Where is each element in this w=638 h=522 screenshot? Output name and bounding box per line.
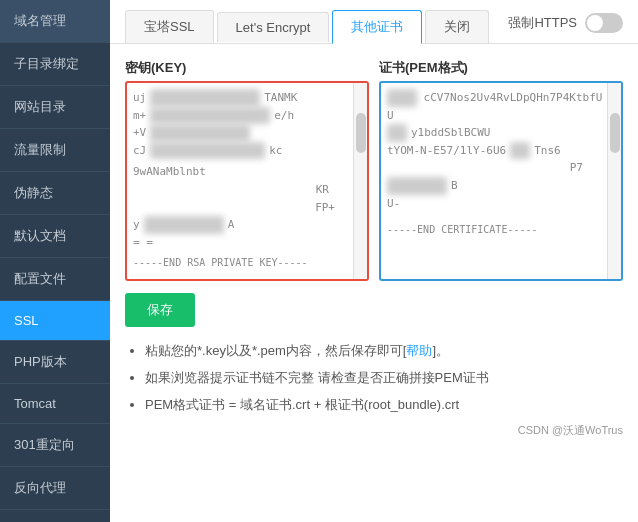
tab-baota-ssl[interactable]: 宝塔SSL	[125, 10, 214, 43]
force-https-toggle[interactable]	[585, 13, 623, 33]
key-line2b: e/h	[274, 107, 294, 125]
key-line9: = =	[133, 236, 153, 249]
key-line2-blur	[150, 107, 270, 125]
tip-2-text: 如果浏览器提示证书链不完整 请检查是否正确拼接PEM证书	[145, 370, 489, 385]
tip-1-text1: 粘贴您的*.key以及*.pem内容，然后保存即可[	[145, 343, 406, 358]
sidebar-item-reverseproxy[interactable]: 反向代理	[0, 467, 110, 510]
tab-close[interactable]: 关闭	[425, 10, 489, 43]
tip-item-2: 如果浏览器提示证书链不完整 请检查是否正确拼接PEM证书	[145, 368, 623, 389]
key-line2a: m+	[133, 107, 146, 125]
sidebar-item-antileech[interactable]: 防盗链	[0, 510, 110, 522]
sidebar-item-domain[interactable]: 域名管理	[0, 0, 110, 43]
key-line6: KR	[316, 181, 329, 199]
key-line8a: y	[133, 216, 140, 234]
key-line5: 9wANaMblnbt	[133, 165, 206, 178]
tip-item-1: 粘贴您的*.key以及*.pem内容，然后保存即可[帮助]。	[145, 341, 623, 362]
key-box: 密钥(KEY) uj TANMK m+ e/h +V cJ kc 9wANaMb…	[125, 59, 369, 281]
sidebar-item-tomcat[interactable]: Tomcat	[0, 384, 110, 424]
key-content: uj TANMK m+ e/h +V cJ kc 9wANaMblnbt KR …	[127, 83, 367, 279]
sidebar-item-pseudostatic[interactable]: 伪静态	[0, 172, 110, 215]
key-line8-blur	[144, 216, 224, 234]
watermark: CSDN @沃通WoTrus	[125, 423, 623, 438]
tips-list: 粘贴您的*.key以及*.pem内容，然后保存即可[帮助]。 如果浏览器提示证书…	[125, 341, 623, 415]
cert-line1: cCV7Nos2Uv4RvLDpQHn7P4KtbfU	[417, 91, 602, 104]
cert-scrollbar[interactable]	[607, 83, 621, 279]
tip-1-link[interactable]: 帮助	[406, 343, 432, 358]
sidebar: 域名管理 子目录绑定 网站目录 流量限制 伪静态 默认文档 配置文件 SSL P…	[0, 0, 110, 522]
cert-label: 证书(PEM格式)	[379, 59, 623, 77]
tab-lets-encrypt[interactable]: Let's Encrypt	[217, 12, 330, 42]
tip-1-text2: ]。	[432, 343, 449, 358]
sidebar-item-configfile[interactable]: 配置文件	[0, 258, 110, 301]
key-scrollbar-thumb	[356, 113, 366, 153]
key-footer: -----END RSA PRIVATE KEY-----	[133, 255, 349, 271]
key-line4a: cJ	[133, 142, 146, 160]
cert-scrollbar-thumb	[610, 113, 620, 153]
cert-line7: U-	[387, 197, 400, 210]
main-content: 宝塔SSL Let's Encrypt 其他证书 关闭 强制HTTPS 密钥(K…	[110, 0, 638, 522]
cert-box: 证书(PEM格式) cCV7Nos2Uv4RvLDpQHn7P4KtbfU U …	[379, 59, 623, 281]
key-scrollbar[interactable]	[353, 83, 367, 279]
tab-other-cert[interactable]: 其他证书	[332, 10, 422, 44]
cert-line3-blur	[387, 124, 407, 142]
key-line8b: A	[228, 216, 235, 234]
key-line1a: uj	[133, 89, 146, 107]
cert-line5: P7	[570, 159, 583, 177]
tip-item-3: PEM格式证书 = 域名证书.crt + 根证书(root_bundle).cr…	[145, 395, 623, 416]
cert-line6-blur	[387, 177, 447, 195]
cert-footer: -----END CERTIFICATE-----	[387, 222, 603, 238]
cert-line0-blur	[387, 89, 417, 107]
key-line1b: TANMK	[264, 89, 297, 107]
sidebar-item-phpver[interactable]: PHP版本	[0, 341, 110, 384]
sidebar-item-subdir[interactable]: 子目录绑定	[0, 43, 110, 86]
cert-line4: tYOM-N-E57/1lY-6U6	[387, 142, 506, 160]
key-line3a: +V	[133, 124, 146, 142]
force-https-label: 强制HTTPS	[508, 14, 577, 32]
key-line4-blur	[150, 142, 265, 160]
key-line3-blur	[150, 124, 250, 142]
content-area: 密钥(KEY) uj TANMK m+ e/h +V cJ kc 9wANaMb…	[110, 44, 638, 522]
cert-line4b: Tns6	[534, 142, 561, 160]
sidebar-item-flowlimit[interactable]: 流量限制	[0, 129, 110, 172]
key-line7: FP+	[315, 199, 335, 217]
cert-row: 密钥(KEY) uj TANMK m+ e/h +V cJ kc 9wANaMb…	[125, 59, 623, 281]
cert-line4-blur	[510, 142, 530, 160]
sidebar-item-301redirect[interactable]: 301重定向	[0, 424, 110, 467]
cert-content: cCV7Nos2Uv4RvLDpQHn7P4KtbfU U y1bddSblBC…	[381, 83, 621, 279]
key-line1-blur	[150, 89, 260, 107]
tip-3-text: PEM格式证书 = 域名证书.crt + 根证书(root_bundle).cr…	[145, 397, 459, 412]
save-button[interactable]: 保存	[125, 293, 195, 327]
key-textarea-wrapper[interactable]: uj TANMK m+ e/h +V cJ kc 9wANaMblnbt KR …	[125, 81, 369, 281]
key-label: 密钥(KEY)	[125, 59, 369, 77]
tab-bar: 宝塔SSL Let's Encrypt 其他证书 关闭 强制HTTPS	[110, 0, 638, 44]
cert-line6: B	[451, 177, 458, 195]
sidebar-item-defaultdoc[interactable]: 默认文档	[0, 215, 110, 258]
sidebar-item-sitelist[interactable]: 网站目录	[0, 86, 110, 129]
cert-textarea-wrapper[interactable]: cCV7Nos2Uv4RvLDpQHn7P4KtbfU U y1bddSblBC…	[379, 81, 623, 281]
sidebar-item-ssl[interactable]: SSL	[0, 301, 110, 341]
key-line4b: kc	[269, 142, 282, 160]
cert-line2: U	[387, 109, 394, 122]
force-https-container: 强制HTTPS	[508, 13, 623, 41]
cert-line3: y1bddSblBCWU	[411, 124, 490, 142]
